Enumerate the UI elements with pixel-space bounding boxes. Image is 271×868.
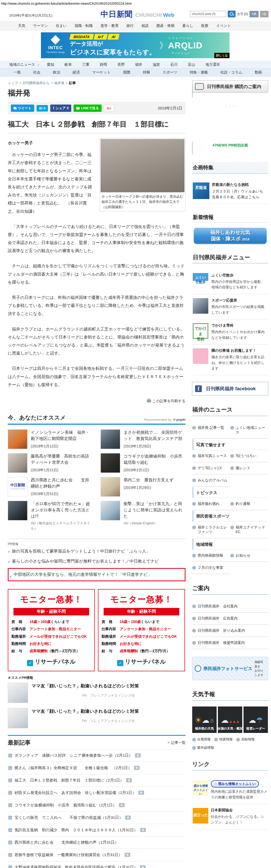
sidebar-link[interactable]: →２月の主な事業 [192,562,230,574]
region-nav-item[interactable]: 愛知 [47,62,54,67]
recommend-item[interactable]: 県内二分 勝負行方見えず(2019年1月29日) [101,477,186,497]
latest-article-row[interactable]: →宝くじの販売 てこ入れへ 不振で県の収益減（1月31日） [8,811,186,824]
pr-info-item[interactable]: ママ友「顔いじった？」勘違いされるほどのシミ対策PR プレミアアンチエイジング社 [8,708,186,728]
category-nav-item[interactable]: スポーツ [162,70,177,75]
link-item-shimbun-kyokai[interactable]: 役立った 日本新聞協会 社会がわかる、ジブンになる。シンブン、よんどく！ [192,804,268,829]
pr-link-shingaku-navi[interactable]: 中部地区の大学を探すなら、地元の進学情報サイトで！「中日進学ナビ」 [9,571,183,578]
toyota-forest-ad[interactable]: 人と森をつなげ、地域を守る ・* ⚘⚘⚘ *・ トヨタ自動車の フォレストチャレ… [192,85,268,154]
region-nav-item[interactable]: 富山 [188,62,195,67]
top-nav-item[interactable]: ウーマン [33,24,48,28]
font-larger-button[interactable]: +大 [249,11,259,17]
recommend-item[interactable]: イノシシラーメン美味 福井・殿下地区に期間限定開店(2019年1月12日) [8,429,93,449]
category-nav-item[interactable]: 動画 [255,70,262,75]
top-nav-item[interactable]: 囲碁・将棋 [157,24,174,28]
sidebar-link[interactable]: →釣り週報 [230,498,268,510]
menu-item-tonari[interactable]: 隣の仕事場 お邪魔します！働き方の改革に取り組む企業を訪ね、幸せに働けるヒントを… [192,344,268,375]
sidebar-link[interactable]: →日刊県民福井 会社案内 [192,600,268,613]
latest-article-row[interactable]: →大野油坂道路用地取得状況 昨年末現在住民説明会で報告（1月31日） [8,861,186,868]
top-nav-item[interactable]: 旅行 [127,24,134,28]
monitor-ad-right[interactable]: モニター急募！ 年齢・経験不問 資 格16歳～100歳くらいまで 仕事内容アンケ… [98,589,185,671]
menu-item-dekakema[interactable]: でかけま専科 でかけま専科県内外のイベントやお出かけ案内などを収録しています [192,319,268,344]
line-share-button[interactable]: LINEで送る [74,104,102,112]
facebook-page-button[interactable]: f 日刊県民福井 facebook [192,382,268,396]
latest-article-row[interactable]: →福工大 日本Ｌ２部参戦 創部７年目 １部目標に（2月1日） [8,774,186,786]
sidebar-link[interactable]: →福井ユナイテッドFC [230,522,268,538]
latest-article-row[interactable]: →コウギクが血糖値抑制 小浜市 栽培取り組む（2月1日） [8,799,186,811]
menu-item-sora-sanpo[interactable]: ふくい空散歩 ふくい空散歩県内の小学校周辺を空から撮影、地域の自慢などを紹介しま… [192,269,268,294]
category-nav-item[interactable]: 政治 [53,70,60,75]
sidebar-link[interactable]: →日刊県民福井 広告案内 [192,613,268,625]
monitor-ad-left[interactable]: モニター急募！ 年齢・経験不問 資 格16歳～100歳くらいまで 仕事内容アンケ… [8,589,95,671]
weather-link[interactable]: →花粉情報 [236,737,255,742]
category-nav-item[interactable]: 社説・コラム [220,70,242,75]
sidebar-link[interactable]: →福井発 記事一覧 [192,422,230,439]
menu-item-sports[interactable]: スポーツ応援席県内の市民スポーツの結果を掲載しています [192,294,268,319]
facebook-share-button[interactable]: fシェア 0 [50,104,71,112]
latest-article-row[interactable]: →砂防ダム発電会社設立へ あす説明会 珍しい配水管設備（2月1日） [8,786,186,799]
ad-cta-button[interactable]: 詳しくは [214,53,229,58]
search-button[interactable] [228,10,236,17]
sidebar-link[interactable]: →福井ミラクルエレファンツ [192,522,230,538]
category-nav-item[interactable]: マーケット [92,70,111,75]
link-item-yukimichi[interactable]: 雪みち情報ネットふくい 雪みち情報ネットふくい 県内各地に設置された道路監視カメ… [192,776,268,804]
search-input[interactable] [190,11,226,17]
weather-link[interactable]: →紫外線情報 [192,745,214,750]
photo-service-banner[interactable]: 県民福井フォトサービス 掲載写真をお分けします [192,657,268,680]
latest-article-row[interactable]: →ボランティア 体験バス好評 シニア層本格参加へ一歩（2月1日） [8,749,186,762]
article-list-link[interactable]: 記事一覧 [168,740,186,745]
weather-tile-fukui[interactable]: ☀☁☃ 福井県の天気 [192,707,217,733]
category-nav-item[interactable]: 一面 [13,70,21,75]
tweet-button[interactable]: ツイート [11,104,34,112]
sidebar-link[interactable]: →撮レンド [230,462,268,474]
region-nav-item[interactable]: 静岡 [100,62,107,67]
top-nav-item[interactable]: 相談 [141,24,149,28]
feature-item[interactable]: 昇龍道 昇龍道の新たなる挑戦 ２月２５日（月）ウィルあいち 先着８００名。応募は… [192,179,268,204]
sidebar-link[interactable]: →日刊県民福井 後援申請案内 [192,637,268,649]
sidebar-link[interactable]: →県内映画館情報 [192,550,230,562]
sidebar-link[interactable]: →福井写真ニュース [192,450,230,462]
hatena-bookmark-button[interactable]: B! 0 [36,105,48,112]
font-smaller-button[interactable]: -小 [260,11,268,17]
sidebar-link[interactable]: →写(うつ)ろい [230,450,268,462]
region-nav-item[interactable]: 三重 [82,62,89,67]
top-nav-item[interactable]: 住まい [56,24,67,28]
latest-article-row[interactable]: →免許自主返納 初の減少 県内 ２０１８年は２６０９人（1月31日） [8,824,186,836]
top-nav-item[interactable]: 進学・教育 [101,24,119,28]
recommend-ad-item[interactable]: 「ボロ車が50万で売れたｗ」超オンボロ車を高く売った方法とは!?AD（株式会社エ… [8,501,93,531]
weather-tile-national[interactable]: ☁▲▲▲ 全国の天気・概況 [218,707,242,733]
region-nav-item[interactable]: 滋賀 [153,62,160,67]
breadcrumb-link[interactable]: 福井発 [54,81,64,85]
print-article-link[interactable]: この記事を印刷する [147,399,186,403]
sidebar-link[interactable]: →みんなのアルバム [192,474,230,487]
breadcrumb-link[interactable]: 日刊県民福井から [23,81,50,85]
sidebar-link[interactable]: →ふくい地域ニュース [230,422,268,439]
category-nav-item[interactable]: 社会 [33,70,40,75]
breadcrumb-link[interactable]: トップ [8,81,18,85]
region-nav-item[interactable]: 長野 [117,62,125,67]
category-nav-item[interactable]: 経済 [73,70,80,75]
recommend-item[interactable]: 中日新聞CHUNICHI Web 西川県政と共に歩む会 支持継続と静観の声(20… [8,477,93,497]
intec-banner-ad[interactable]: INTEC TIS INTEC Group BIGDATA IoT AI データ… [41,32,229,58]
site-logo[interactable]: 中日新聞CHUNICHI Web [101,9,174,20]
top-nav-item[interactable]: 暮らし [182,24,193,28]
weather-tile-radar[interactable]: ☁☂ 雨雲レーダー [244,707,268,733]
recommend-item[interactable]: 藤島高が準優勝 高校生の英語ディベート世界大会(2019年1月21日) [8,453,93,473]
weather-link[interactable]: →台風情報 [192,737,211,742]
pr-info-item[interactable]: ママ友「顔いじった？」勘違いされるほどのシミ対策PR プレミアアンチエイジング社 [8,683,186,703]
latest-article-row[interactable]: →若狭牛放牧で収益確保 一般農家向け技術講習会（1月31日） [8,848,186,861]
region-nav-item[interactable]: 岐阜 [64,62,72,67]
region-nav-item[interactable]: 石川 [170,62,178,67]
region-nav-item[interactable]: 地方選挙 [206,62,220,67]
pr-link[interactable]: 旅の写真を投稿して豪華賞品をゲットしよう！中日旅行ナビ「ぶらっ人」 [8,546,186,556]
top-nav-item[interactable]: 天気 [18,24,25,28]
top-nav-item[interactable]: 医療 [201,24,208,28]
weather-link[interactable]: →地震情報 [214,737,233,742]
region-nav-item[interactable]: 福井 [135,62,142,67]
latest-article-row[interactable]: →梶さん（福井商高３）全商検定９冠 全種１級合格 （2月1日） [8,762,186,774]
recommend-item[interactable]: コウギクが血糖値抑制 小浜市 栽培取り組む(2019年2月1日) [101,453,186,473]
sidebar-link[interactable]: →福井掘れ惚れ [192,498,230,510]
pr-link[interactable]: 暮らしの小さな悩みや疑問に専門家が無料でお答えします！／中日教えてナビ [8,556,186,566]
subscribe-button[interactable]: 日刊県民福井 購読のご案内 [192,80,268,93]
category-nav-item[interactable]: 国際 [123,70,130,75]
recommend-item[interactable]: まさか初挑戦で… 全国切符ゲット 敦賀気比高ダンスチア部(2019年1月29日) [101,429,186,449]
